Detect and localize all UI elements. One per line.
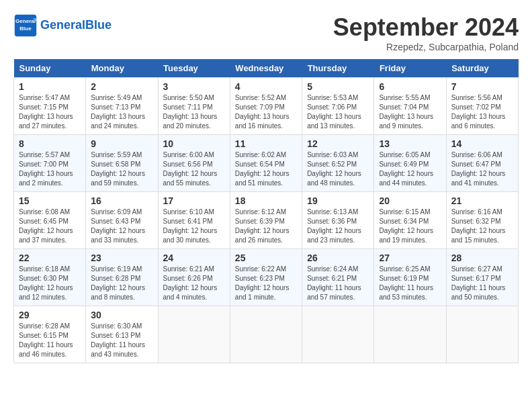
calendar-cell: 27Sunrise: 6:25 AMSunset: 6:19 PMDayligh…	[374, 249, 446, 306]
day-info: Sunrise: 6:18 AMSunset: 6:30 PMDaylight:…	[19, 265, 81, 302]
day-number: 6	[379, 81, 441, 92]
day-number: 2	[91, 81, 152, 92]
day-info: Sunrise: 5:55 AMSunset: 7:04 PMDaylight:…	[379, 93, 441, 131]
calendar-cell	[446, 306, 518, 363]
day-info: Sunrise: 6:00 AMSunset: 6:56 PMDaylight:…	[163, 150, 225, 188]
day-info: Sunrise: 5:49 AMSunset: 7:13 PMDaylight:…	[91, 93, 152, 131]
day-info: Sunrise: 6:25 AMSunset: 6:19 PMDaylight:…	[379, 265, 441, 302]
day-number: 25	[235, 253, 297, 263]
calendar-cell: 24Sunrise: 6:21 AMSunset: 6:26 PMDayligh…	[158, 249, 230, 306]
day-number: 21	[451, 195, 513, 206]
svg-text:Blue: Blue	[19, 26, 32, 32]
weekday-header-wednesday: Wednesday	[230, 59, 302, 78]
day-info: Sunrise: 6:28 AMSunset: 6:15 PMDaylight:…	[19, 322, 81, 359]
day-number: 4	[235, 81, 297, 92]
day-number: 15	[19, 195, 81, 206]
day-info: Sunrise: 6:06 AMSunset: 6:47 PMDaylight:…	[451, 150, 513, 188]
day-number: 14	[451, 138, 513, 149]
day-info: Sunrise: 5:50 AMSunset: 7:11 PMDaylight:…	[163, 93, 225, 131]
calendar-cell: 6Sunrise: 5:55 AMSunset: 7:04 PMDaylight…	[374, 78, 446, 135]
weekday-header-row: SundayMondayTuesdayWednesdayThursdayFrid…	[14, 59, 519, 78]
day-info: Sunrise: 6:13 AMSunset: 6:36 PMDaylight:…	[307, 208, 369, 245]
calendar-cell: 14Sunrise: 6:06 AMSunset: 6:47 PMDayligh…	[446, 135, 518, 192]
day-number: 3	[163, 81, 225, 92]
weekday-header-friday: Friday	[374, 59, 446, 78]
day-number: 8	[19, 138, 81, 149]
calendar-cell: 29Sunrise: 6:28 AMSunset: 6:15 PMDayligh…	[14, 306, 86, 363]
calendar-cell: 13Sunrise: 6:05 AMSunset: 6:49 PMDayligh…	[374, 135, 446, 192]
day-info: Sunrise: 6:15 AMSunset: 6:34 PMDaylight:…	[379, 208, 441, 245]
calendar-week-row: 8Sunrise: 5:57 AMSunset: 7:00 PMDaylight…	[14, 135, 519, 192]
day-number: 7	[451, 81, 513, 92]
calendar-cell: 10Sunrise: 6:00 AMSunset: 6:56 PMDayligh…	[158, 135, 230, 192]
day-info: Sunrise: 6:02 AMSunset: 6:54 PMDaylight:…	[235, 150, 297, 188]
day-number: 9	[91, 138, 152, 149]
month-title: September 2024	[333, 13, 519, 42]
calendar-week-row: 1Sunrise: 5:47 AMSunset: 7:15 PMDaylight…	[14, 78, 519, 135]
calendar-cell: 17Sunrise: 6:10 AMSunset: 6:41 PMDayligh…	[158, 192, 230, 249]
weekday-header-sunday: Sunday	[14, 59, 86, 78]
day-number: 5	[307, 81, 369, 92]
logo: General Blue GeneralBlue	[13, 13, 112, 38]
svg-text:General: General	[15, 18, 36, 24]
calendar-cell: 16Sunrise: 6:09 AMSunset: 6:43 PMDayligh…	[86, 192, 158, 249]
day-number: 24	[163, 253, 225, 263]
calendar-cell	[230, 306, 302, 363]
title-block: September 2024 Rzepedz, Subcarpathia, Po…	[333, 13, 519, 52]
calendar-cell: 23Sunrise: 6:19 AMSunset: 6:28 PMDayligh…	[86, 249, 158, 306]
day-number: 22	[19, 253, 81, 263]
calendar-cell: 26Sunrise: 6:24 AMSunset: 6:21 PMDayligh…	[302, 249, 374, 306]
calendar-cell: 4Sunrise: 5:52 AMSunset: 7:09 PMDaylight…	[230, 78, 302, 135]
calendar-cell: 12Sunrise: 6:03 AMSunset: 6:52 PMDayligh…	[302, 135, 374, 192]
logo-text: GeneralBlue	[40, 19, 112, 32]
calendar-cell: 5Sunrise: 5:53 AMSunset: 7:06 PMDaylight…	[302, 78, 374, 135]
calendar-cell: 9Sunrise: 5:59 AMSunset: 6:58 PMDaylight…	[86, 135, 158, 192]
location: Rzepedz, Subcarpathia, Poland	[333, 42, 519, 52]
day-info: Sunrise: 6:19 AMSunset: 6:28 PMDaylight:…	[91, 265, 152, 302]
weekday-header-thursday: Thursday	[302, 59, 374, 78]
calendar-cell	[158, 306, 230, 363]
day-info: Sunrise: 6:30 AMSunset: 6:13 PMDaylight:…	[91, 322, 152, 359]
day-number: 29	[19, 310, 81, 320]
day-info: Sunrise: 5:57 AMSunset: 7:00 PMDaylight:…	[19, 150, 81, 188]
day-info: Sunrise: 5:52 AMSunset: 7:09 PMDaylight:…	[235, 93, 297, 131]
weekday-header-tuesday: Tuesday	[158, 59, 230, 78]
day-info: Sunrise: 6:05 AMSunset: 6:49 PMDaylight:…	[379, 150, 441, 188]
calendar-cell	[374, 306, 446, 363]
day-number: 16	[91, 195, 152, 206]
weekday-header-monday: Monday	[86, 59, 158, 78]
calendar-cell: 28Sunrise: 6:27 AMSunset: 6:17 PMDayligh…	[446, 249, 518, 306]
weekday-header-saturday: Saturday	[446, 59, 518, 78]
day-number: 11	[235, 138, 297, 149]
calendar-cell: 8Sunrise: 5:57 AMSunset: 7:00 PMDaylight…	[14, 135, 86, 192]
calendar-cell: 30Sunrise: 6:30 AMSunset: 6:13 PMDayligh…	[86, 306, 158, 363]
day-info: Sunrise: 5:53 AMSunset: 7:06 PMDaylight:…	[307, 93, 369, 131]
day-info: Sunrise: 5:47 AMSunset: 7:15 PMDaylight:…	[19, 93, 81, 131]
calendar-cell: 22Sunrise: 6:18 AMSunset: 6:30 PMDayligh…	[14, 249, 86, 306]
calendar-table: SundayMondayTuesdayWednesdayThursdayFrid…	[13, 59, 519, 363]
day-number: 1	[19, 81, 81, 92]
day-info: Sunrise: 6:09 AMSunset: 6:43 PMDaylight:…	[91, 208, 152, 245]
day-number: 18	[235, 195, 297, 206]
calendar-week-row: 29Sunrise: 6:28 AMSunset: 6:15 PMDayligh…	[14, 306, 519, 363]
day-number: 27	[379, 253, 441, 263]
day-number: 26	[307, 253, 369, 263]
day-number: 23	[91, 253, 152, 263]
day-info: Sunrise: 6:03 AMSunset: 6:52 PMDaylight:…	[307, 150, 369, 188]
calendar-cell: 11Sunrise: 6:02 AMSunset: 6:54 PMDayligh…	[230, 135, 302, 192]
calendar-cell: 1Sunrise: 5:47 AMSunset: 7:15 PMDaylight…	[14, 78, 86, 135]
day-number: 12	[307, 138, 369, 149]
day-number: 17	[163, 195, 225, 206]
day-info: Sunrise: 5:56 AMSunset: 7:02 PMDaylight:…	[451, 93, 513, 131]
calendar-cell: 19Sunrise: 6:13 AMSunset: 6:36 PMDayligh…	[302, 192, 374, 249]
day-info: Sunrise: 6:21 AMSunset: 6:26 PMDaylight:…	[163, 265, 225, 302]
day-number: 19	[307, 195, 369, 206]
day-info: Sunrise: 6:22 AMSunset: 6:23 PMDaylight:…	[235, 265, 297, 302]
day-info: Sunrise: 6:24 AMSunset: 6:21 PMDaylight:…	[307, 265, 369, 302]
day-info: Sunrise: 6:27 AMSunset: 6:17 PMDaylight:…	[451, 265, 513, 302]
calendar-cell	[302, 306, 374, 363]
day-info: Sunrise: 5:59 AMSunset: 6:58 PMDaylight:…	[91, 150, 152, 188]
calendar-cell: 15Sunrise: 6:08 AMSunset: 6:45 PMDayligh…	[14, 192, 86, 249]
calendar-cell: 25Sunrise: 6:22 AMSunset: 6:23 PMDayligh…	[230, 249, 302, 306]
logo-icon: General Blue	[13, 13, 38, 38]
